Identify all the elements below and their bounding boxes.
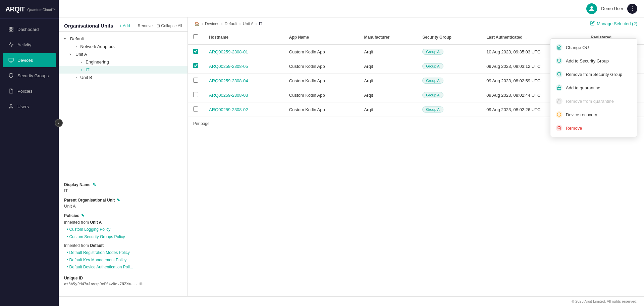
svg-rect-0: [9, 27, 11, 29]
cell-hostname-1: ARQ00259-2308-05: [204, 59, 284, 74]
sidebar-item-users[interactable]: Users: [3, 99, 56, 114]
logo-area: ARQIT QuantumCloud™: [0, 0, 59, 19]
manage-selected-button[interactable]: Manage Selected (2) Change OU: [590, 21, 637, 27]
dropdown-remove-security-group[interactable]: Remove from Security Group: [550, 68, 637, 81]
sidebar-item-devices[interactable]: Devices: [3, 53, 56, 67]
tree-node-network-adaptors[interactable]: ● Network Adaptors: [59, 43, 187, 50]
row-checkbox-0[interactable]: [193, 49, 198, 54]
cell-app-name-2: Custom Kotlin App: [284, 74, 359, 88]
row-checkbox-4[interactable]: [193, 106, 198, 112]
add-security-group-label: Add to Security Group: [566, 58, 609, 63]
dropdown-add-security-group[interactable]: Add to Security Group: [550, 54, 637, 68]
manage-dropdown: Change OU Add to Security Group: [550, 38, 637, 137]
per-page-label: Per page:: [193, 121, 211, 126]
svg-rect-2: [9, 30, 11, 31]
remove-ou-button[interactable]: − Remove: [134, 23, 153, 29]
info-display-name-value: IT: [64, 188, 182, 193]
cell-manufacturer-2: Arqit: [359, 74, 417, 88]
remove-icon: [556, 125, 562, 131]
copy-unique-id-icon[interactable]: ⧉: [140, 281, 143, 286]
cell-security-group-0: Group A: [417, 45, 481, 59]
device-recovery-icon: [556, 111, 562, 118]
row-checkbox-1[interactable]: [193, 63, 198, 68]
row-checkbox-2[interactable]: [193, 78, 198, 83]
dropdown-change-ou[interactable]: Change OU: [550, 41, 637, 54]
add-ou-button[interactable]: + Add: [119, 23, 130, 29]
hostname-link-1[interactable]: ARQ00259-2308-05: [209, 64, 248, 69]
breadcrumb-devices[interactable]: Devices: [205, 21, 219, 26]
svg-rect-9: [557, 101, 561, 103]
dropdown-device-recovery[interactable]: Device recovery: [550, 108, 637, 121]
security-badge-4: Group A: [422, 106, 443, 113]
breadcrumb-unit-a[interactable]: Unit A: [243, 21, 254, 26]
tree-label-it: IT: [86, 67, 90, 72]
dropdown-remove[interactable]: Remove: [550, 121, 637, 135]
left-panel-actions: + Add − Remove ⊟ Collapse All: [119, 23, 182, 29]
unique-id-value: ot3b5yPM47m1ovsp9xPS4vRn-7NZXm...: [64, 282, 138, 286]
policy-default-key-mgmt[interactable]: Default Key Management Policy: [64, 257, 182, 264]
sidebar-item-activity[interactable]: Activity: [3, 38, 56, 52]
tree-node-it[interactable]: ● IT: [59, 66, 187, 74]
tree-node-unit-a[interactable]: ▾ Unit A: [59, 50, 187, 58]
cell-security-group-2: Group A: [417, 74, 481, 88]
info-display-name-label: Display Name ✎: [64, 182, 182, 187]
svg-rect-4: [9, 58, 13, 61]
policy-default-registration[interactable]: Default Registration Modes Policy: [64, 249, 182, 257]
edit-policies-icon[interactable]: ✎: [81, 213, 85, 218]
col-hostname: Hostname: [204, 30, 284, 45]
inherited-unit-a-label: Inherited from Unit A: [64, 220, 182, 225]
remove-quarantine-icon: [556, 98, 562, 104]
dropdown-add-quarantine[interactable]: Add to quarantine: [550, 81, 637, 94]
left-panel-header: Organisational Units + Add − Remove ⊟ Co…: [59, 17, 187, 32]
logo-text: ARQIT: [5, 5, 24, 13]
select-all-checkbox[interactable]: [193, 34, 198, 39]
main-area: Demo User ⋮ Organisational Units + Add −…: [59, 0, 644, 306]
breadcrumb-it: IT: [259, 21, 263, 26]
change-ou-icon: [556, 44, 562, 51]
policy-custom-security[interactable]: Custom Security Groups Policy: [64, 233, 182, 241]
tree-node-engineering[interactable]: ● Engineering: [59, 58, 187, 66]
sidebar-nav: Dashboard Activity Devices Security Grou…: [0, 19, 59, 306]
remove-security-group-icon: [556, 71, 562, 78]
policy-default-device-auth[interactable]: Default Device Authentication Poli...: [64, 264, 182, 271]
sidebar-item-dashboard[interactable]: Dashboard: [3, 22, 56, 36]
tree-node-default[interactable]: ▾ Default: [59, 35, 187, 43]
collapse-sidebar-button[interactable]: ‹: [55, 119, 63, 127]
tree-label-unit-b: Unit B: [80, 75, 92, 80]
cell-hostname-0: ARQ00259-2308-01: [204, 45, 284, 59]
svg-rect-1: [11, 27, 13, 29]
breadcrumb-default[interactable]: Default: [225, 21, 237, 26]
sidebar-item-policies[interactable]: Policies: [3, 84, 56, 98]
hostname-link-2[interactable]: ARQ00259-2308-04: [209, 78, 248, 83]
edit-display-name-icon[interactable]: ✎: [93, 182, 96, 187]
collapse-all-button[interactable]: ⊟ Collapse All: [157, 24, 182, 28]
tree-label-unit-a: Unit A: [75, 52, 87, 57]
hostname-link-3[interactable]: ARQ00259-2308-03: [209, 93, 248, 98]
info-parent-ou-label: Parent Organisational Unit ✎: [64, 198, 182, 203]
cell-app-name-1: Custom Kotlin App: [284, 59, 359, 74]
hostname-link-4[interactable]: ARQ00259-2308-02: [209, 107, 248, 112]
hostname-link-0[interactable]: ARQ00259-2308-01: [209, 49, 248, 54]
svg-point-7: [10, 104, 12, 106]
row-checkbox-cell-1: [188, 59, 204, 74]
users-icon: [8, 103, 14, 110]
topbar-menu-button[interactable]: ⋮: [627, 4, 637, 14]
footer: © 2023 Arqit Limited. All rights reserve…: [59, 296, 644, 306]
tree-node-unit-b[interactable]: ● Unit B: [59, 74, 187, 81]
info-policies: Policies ✎ Inherited from Unit A Custom …: [64, 213, 182, 271]
add-quarantine-icon: [556, 84, 562, 91]
product-name: QuantumCloud™: [27, 8, 56, 12]
row-checkbox-3[interactable]: [193, 92, 198, 97]
policies-icon: [8, 88, 14, 94]
device-recovery-label: Device recovery: [566, 112, 597, 117]
sidebar-item-security-groups[interactable]: Security Groups: [3, 69, 56, 83]
cell-security-group-4: Group A: [417, 102, 481, 117]
policy-custom-logging[interactable]: Custom Logging Policy: [64, 226, 182, 233]
edit-parent-ou-icon[interactable]: ✎: [117, 198, 120, 203]
tree-dot-unit-b: ●: [75, 76, 77, 79]
topbar: Demo User ⋮: [59, 0, 644, 17]
home-icon[interactable]: 🏠: [195, 21, 200, 26]
info-unique-id: Unique ID ot3b5yPM47m1ovsp9xPS4vRn-7NZXm…: [64, 276, 182, 286]
tree-toggle-unit-a: ▾: [69, 52, 73, 56]
remove-label: Remove: [566, 126, 582, 131]
